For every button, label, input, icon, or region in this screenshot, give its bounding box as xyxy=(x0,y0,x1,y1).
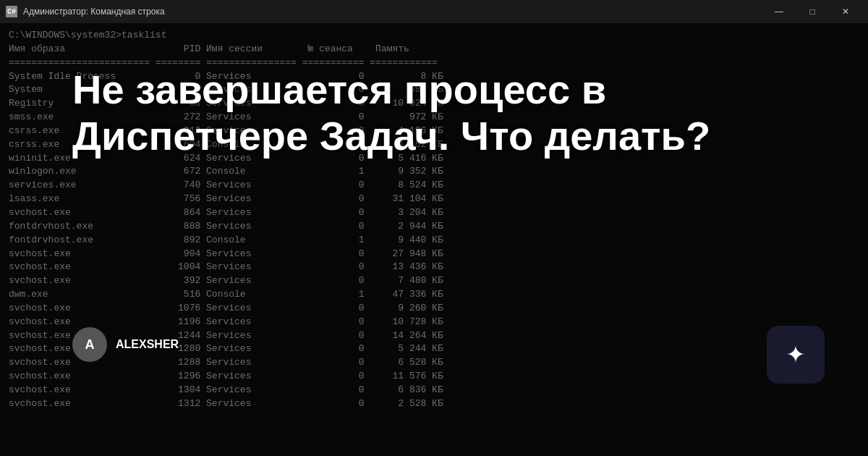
terminal-header: Имя образа PID Имя сессии № сеанса Памят… xyxy=(9,43,859,56)
cmd-icon: C# xyxy=(6,6,17,17)
close-button[interactable]: ✕ xyxy=(829,0,862,23)
table-row: svchost.exe 1196 Services 0 10 728 КБ xyxy=(9,316,859,329)
table-row: svchost.exe 392 Services 0 7 480 КБ xyxy=(9,274,859,288)
table-row: fontdrvhost.exe 892 Console 1 9 440 КБ xyxy=(9,234,859,248)
table-row: svchost.exe 1004 Services 0 13 436 КБ xyxy=(9,261,859,274)
table-row: svchost.exe 1288 Services 0 6 528 КБ xyxy=(9,356,859,370)
table-row: System Idle Process 0 Services 0 8 КБ xyxy=(9,70,859,84)
table-row: services.exe 740 Services 0 8 524 КБ xyxy=(9,179,859,193)
titlebar-controls: — □ ✕ xyxy=(762,0,862,23)
table-row: csrss.exe 312 Services 0 4 196 КБ xyxy=(9,124,859,138)
terminal-prompt: C:\WINDOWS\system32>tasklist xyxy=(9,29,859,43)
table-row: dwm.exe 516 Console 1 47 336 КБ xyxy=(9,288,859,302)
table-row: System 4 Services 0 580 КБ xyxy=(9,83,859,97)
table-row: fontdrvhost.exe 888 Services 0 2 944 КБ xyxy=(9,220,859,234)
table-row: lsass.exe 756 Services 0 31 104 КБ xyxy=(9,193,859,206)
table-row: wininit.exe 624 Services 0 5 416 КБ xyxy=(9,152,859,166)
table-row: Registry 88 Services 0 10 024 КБ xyxy=(9,97,859,111)
table-row: svchost.exe 1296 Services 0 11 576 КБ xyxy=(9,370,859,384)
terminal-rows: System Idle Process 0 Services 0 8 КБSys… xyxy=(9,70,859,411)
titlebar-title: Администратор: Командная строка xyxy=(23,7,165,17)
minimize-button[interactable]: — xyxy=(762,0,796,23)
table-row: smss.exe 272 Services 0 972 КБ xyxy=(9,111,859,124)
table-row: svchost.exe 1304 Services 0 6 836 КБ xyxy=(9,384,859,397)
terminal-window: C:\WINDOWS\system32>tasklist Имя образа … xyxy=(0,23,868,456)
terminal-separator: ========================= ======== =====… xyxy=(9,56,859,70)
titlebar: C# Администратор: Командная строка — □ ✕ xyxy=(0,0,868,23)
table-row: svchost.exe 1244 Services 0 14 264 КБ xyxy=(9,329,859,343)
titlebar-left: C# Администратор: Командная строка xyxy=(6,6,165,17)
table-row: svchost.exe 1312 Services 0 2 528 КБ xyxy=(9,397,859,411)
table-row: winlogon.exe 672 Console 1 9 352 КБ xyxy=(9,165,859,179)
table-row: svchost.exe 864 Services 0 3 204 КБ xyxy=(9,206,859,220)
cmd-icon-label: C# xyxy=(7,8,16,16)
table-row: svchost.exe 904 Services 0 27 948 КБ xyxy=(9,248,859,261)
table-row: svchost.exe 1280 Services 0 5 244 КБ xyxy=(9,342,859,356)
table-row: svchost.exe 1076 Services 0 9 260 КБ xyxy=(9,302,859,316)
table-row: csrss.exe 604 Console 1 4 452 КБ xyxy=(9,138,859,152)
maximize-button[interactable]: □ xyxy=(796,0,829,23)
